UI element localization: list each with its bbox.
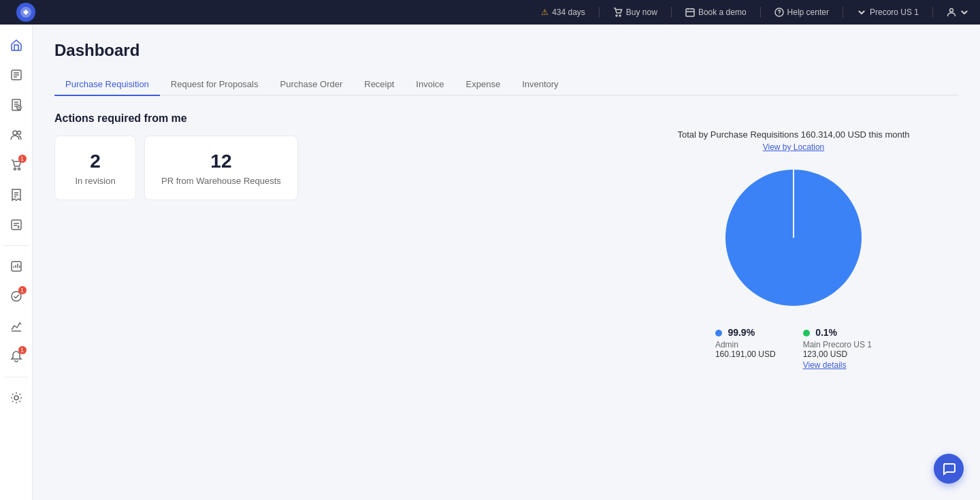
main-amount: 123,00 USD: [803, 349, 872, 359]
svg-point-5: [950, 9, 953, 12]
sidebar: 1 1: [0, 25, 33, 500]
chart-section: Total by Purchase Requisitions 160.314,0…: [651, 129, 936, 370]
approvals-badge: 1: [18, 286, 27, 294]
tab-inventory[interactable]: Inventory: [511, 74, 569, 96]
tab-rfp[interactable]: Request for Proposals: [160, 74, 270, 96]
chart-legend: 99.9% Admin 160.191,00 USD 0.1% Main Pre…: [651, 326, 936, 370]
action-card-in-revision[interactable]: 2 In revision: [54, 136, 136, 200]
orders-badge: 1: [18, 155, 27, 163]
buy-now-item[interactable]: Buy now: [613, 7, 657, 17]
topbar-divider-3: [760, 7, 761, 18]
sidebar-item-alerts[interactable]: 1: [4, 344, 29, 369]
buy-now-label: Buy now: [626, 7, 657, 17]
help-center-label: Help center: [787, 7, 829, 17]
warning-icon: ⚠: [541, 7, 549, 17]
topbar: ⚠ 434 days Buy now Book a demo Help cent…: [0, 0, 980, 25]
topbar-divider-2: [671, 7, 672, 18]
book-demo-item[interactable]: Book a demo: [685, 7, 747, 17]
svg-point-2: [619, 15, 621, 16]
org-name-item[interactable]: Precoro US 1: [857, 7, 919, 17]
main-pct: 0.1%: [815, 327, 837, 338]
tab-purchase-requisition[interactable]: Purchase Requisition: [54, 74, 160, 96]
tab-invoice[interactable]: Invoice: [405, 74, 455, 96]
svg-point-10: [17, 131, 20, 135]
org-name-label: Precoro US 1: [870, 7, 919, 17]
app-logo[interactable]: [16, 3, 35, 22]
admin-pct: 99.9%: [728, 327, 755, 338]
sidebar-item-rfp[interactable]: [4, 93, 29, 117]
sidebar-item-receipt[interactable]: [4, 183, 29, 207]
sidebar-divider-2: [3, 377, 29, 377]
svg-point-1: [616, 15, 617, 16]
help-center-item[interactable]: Help center: [774, 7, 829, 17]
sidebar-divider-1: [3, 245, 29, 246]
user-chevron-icon: [960, 7, 969, 17]
pie-chart: [719, 163, 868, 313]
action-card-warehouse[interactable]: 12 PR from Warehouse Requests: [144, 136, 298, 200]
user-profile-item[interactable]: [947, 7, 969, 17]
pie-chart-container: [651, 163, 936, 313]
view-details-link[interactable]: View details: [803, 360, 872, 370]
sidebar-item-invoice[interactable]: [4, 213, 29, 237]
sidebar-item-analytics[interactable]: [4, 314, 29, 339]
help-icon: [774, 7, 784, 17]
actions-section-title: Actions required from me: [54, 112, 958, 125]
tab-purchase-order[interactable]: Purchase Order: [269, 74, 353, 96]
sidebar-item-orders[interactable]: 1: [4, 153, 29, 177]
legend-item-admin: 99.9% Admin 160.191,00 USD: [715, 326, 776, 370]
svg-point-11: [14, 168, 16, 170]
sidebar-item-users[interactable]: [4, 123, 29, 147]
svg-point-12: [18, 168, 20, 170]
tab-expense[interactable]: Expense: [455, 74, 512, 96]
admin-name: Admin: [715, 340, 776, 349]
admin-amount: 160.191,00 USD: [715, 349, 776, 359]
main-content: Dashboard Purchase Requisition Request f…: [33, 25, 980, 500]
svg-rect-13: [12, 220, 21, 230]
topbar-divider-1: [599, 7, 600, 18]
main-layout: 1 1: [0, 25, 980, 500]
sidebar-item-requisition[interactable]: [4, 63, 29, 87]
legend-pct-admin: 99.9%: [715, 326, 776, 339]
warehouse-label: PR from Warehouse Requests: [161, 176, 281, 186]
sidebar-item-approvals[interactable]: 1: [4, 284, 29, 309]
legend-dot-main: [803, 330, 810, 337]
legend-item-main: 0.1% Main Precoro US 1 123,00 USD View d…: [803, 326, 872, 370]
topbar-divider-5: [932, 7, 933, 18]
in-revision-count: 2: [71, 150, 119, 173]
cart-icon: [613, 7, 623, 17]
svg-rect-3: [686, 9, 694, 16]
legend-dot-admin: [715, 330, 722, 337]
sidebar-item-reports[interactable]: [4, 254, 29, 279]
trial-days-text: 434 days: [552, 7, 585, 17]
book-demo-label: Book a demo: [698, 7, 747, 17]
trial-days-item[interactable]: ⚠ 434 days: [541, 7, 585, 17]
view-by-location-link[interactable]: View by Location: [651, 142, 936, 152]
legend-pct-main: 0.1%: [803, 326, 872, 339]
page-title: Dashboard: [54, 41, 958, 60]
tab-receipt[interactable]: Receipt: [353, 74, 405, 96]
user-icon: [947, 7, 956, 17]
content-wrapper: Dashboard Purchase Requisition Request f…: [54, 41, 958, 200]
in-revision-label: In revision: [71, 176, 119, 186]
svg-point-9: [13, 131, 17, 135]
alerts-badge: 1: [18, 346, 27, 354]
chevron-down-icon: [857, 7, 866, 17]
calendar-icon: [685, 7, 695, 17]
svg-point-16: [14, 396, 18, 400]
sidebar-item-home[interactable]: [4, 33, 29, 57]
tabs-bar: Purchase Requisition Request for Proposa…: [54, 74, 958, 96]
chart-title: Total by Purchase Requisitions 160.314,0…: [651, 129, 936, 140]
sidebar-item-settings[interactable]: [4, 386, 29, 410]
main-name: Main Precoro US 1: [803, 340, 872, 349]
chat-button[interactable]: [934, 454, 964, 484]
warehouse-count: 12: [161, 150, 281, 173]
chat-icon: [941, 461, 956, 476]
topbar-divider-4: [843, 7, 843, 18]
